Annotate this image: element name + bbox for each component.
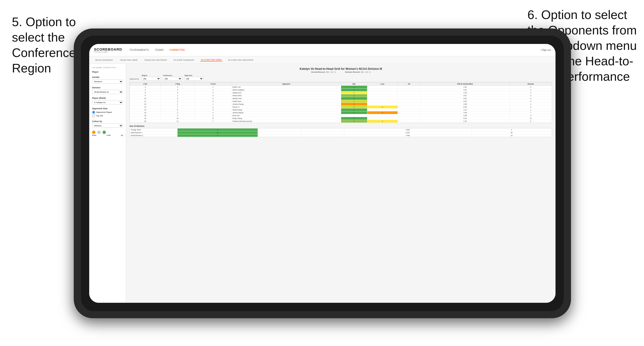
cell-win: 1 xyxy=(341,100,367,103)
cell-reg: 2 xyxy=(161,100,194,103)
report-area: Katelyn Vo Head-to-Head Grid for Women's… xyxy=(126,64,556,303)
filter-conference-select[interactable]: (All) xyxy=(163,77,182,80)
cell-diff: -3.00 xyxy=(420,103,510,106)
cell-div: 15 xyxy=(130,109,161,111)
filter-opponent-select[interactable]: (All) xyxy=(184,77,204,80)
colour-labels: Down Level Up xyxy=(92,134,123,136)
sidebar-player-rank: Player (Rank) 8. Katelyn Vo xyxy=(92,97,123,105)
cell-reg: 1 xyxy=(161,103,194,106)
cell-loss xyxy=(367,86,398,89)
subnav-team-h2h-grid[interactable]: TEAM H2H GRID xyxy=(119,59,138,61)
th-rounds: Rounds xyxy=(510,82,552,86)
table-row: 1125 Heejo Hyun 1 0.333 xyxy=(130,100,552,103)
cell-loss xyxy=(367,114,398,117)
cell-tie xyxy=(398,103,420,106)
cell-win: 2 xyxy=(341,120,367,123)
th-opponent: Opponent xyxy=(232,82,341,86)
cell-rounds: 4 xyxy=(510,97,552,100)
cell-diff: -0.94 xyxy=(420,111,510,114)
out-of-division-label: Out of division xyxy=(130,125,552,127)
cell-diff: 4.00 xyxy=(420,89,510,91)
subnav-team-h2h-heatmap[interactable]: TEAM H2H HEATMAP xyxy=(143,59,168,61)
nav-committee[interactable]: COMMITTEE xyxy=(170,48,185,52)
main-data-table: # Div # Reg # Conf Opponent Win Loss Tie… xyxy=(130,82,552,123)
last-updated-text: Last Updated: 27/03/2024 14:34 xyxy=(92,67,123,68)
cell-div: 16 xyxy=(130,111,161,114)
cell-conf: 4 xyxy=(194,106,232,109)
overall-record-value: 353 - 34 - 6 xyxy=(326,71,336,73)
cell-diff: 7.400 xyxy=(344,134,472,137)
sidebar-division-select[interactable]: NCAA Division III xyxy=(92,90,123,94)
nav-tournaments[interactable]: TOURNAMENTS xyxy=(129,48,149,52)
cell-opponent: Jessica Huang xyxy=(232,103,341,106)
cell-div: 13 xyxy=(130,103,161,106)
subnav-player-summary[interactable]: PLAYER SUMMARY xyxy=(173,59,195,61)
sidebar-gender-select[interactable]: Women's xyxy=(92,79,123,84)
cell-tie xyxy=(301,134,344,137)
cell-div: 18 xyxy=(130,114,161,117)
sidebar-division-label: Division xyxy=(92,86,123,89)
th-win: Win xyxy=(341,82,367,86)
sidebar-radio-top100[interactable]: Top 100 xyxy=(92,114,123,117)
cell-conf: 2 xyxy=(194,89,232,91)
cell-conf: 1 xyxy=(194,103,232,106)
table-row: NAIA Division 1 15 9.267 30 xyxy=(130,131,552,134)
cell-diff: 3.67 xyxy=(420,94,510,97)
cell-loss xyxy=(258,134,301,137)
cell-diff: 0.33 xyxy=(420,100,510,103)
sidebar-player-rank-select[interactable]: 8. Katelyn Vo xyxy=(92,100,123,105)
logo-sub: Powered by clippd xyxy=(94,51,122,53)
nav-teams[interactable]: TEAMS xyxy=(155,48,164,52)
cell-reg: 2 xyxy=(161,114,194,117)
sidebar-radio-opponents-played[interactable]: Opponents Played xyxy=(92,111,123,114)
cell-win: 2 xyxy=(341,106,367,109)
table-row: 20117 Federica Domecq Lacroze 21 1.336 xyxy=(130,120,552,123)
cell-tie xyxy=(398,97,420,100)
header-right[interactable]: | Sign out xyxy=(541,49,551,51)
cell-win: 5 xyxy=(178,134,258,137)
report-title: Katelyn Vo Head-to-Head Grid for Women's… xyxy=(130,67,552,71)
cell-rounds: 9 xyxy=(510,106,552,109)
cell-rounds: 2 xyxy=(471,129,552,131)
cell-loss xyxy=(367,100,398,103)
cell-win: 15 xyxy=(178,131,258,134)
cell-opponent: Euna Lee xyxy=(232,114,341,117)
subnav-team-summary[interactable]: TEAM SUMMARY xyxy=(94,59,114,61)
cell-diff: 4.00 xyxy=(420,97,510,100)
filter-conference-label: Conference xyxy=(163,75,182,76)
cell-opponent: Sydney Kuo xyxy=(232,91,341,94)
cell-opponent: Jessica Mason xyxy=(232,111,341,114)
sidebar: Last Updated: 27/03/2024 14:34 Player Ge… xyxy=(89,64,126,303)
ood-table: Foreign Team 1 4.500 2 NAIA Division 1 xyxy=(130,128,552,137)
overall-record-label: Overall Record: 353 - 34 - 6 xyxy=(311,71,336,73)
cell-conf: 6 xyxy=(194,117,232,120)
cell-win: 1 xyxy=(341,111,367,114)
cell-loss xyxy=(367,117,398,120)
cell-loss xyxy=(367,94,398,97)
cell-div: 19 xyxy=(130,117,161,120)
cell-win: 2 xyxy=(341,97,367,100)
cell-loss xyxy=(367,109,398,111)
subnav-player-h2h-grid[interactable]: PLAYER H2H GRID xyxy=(200,59,222,61)
sub-nav: TEAM SUMMARY TEAM H2H GRID TEAM H2H HEAT… xyxy=(89,56,556,64)
cell-diff: 4.500 xyxy=(344,129,472,131)
cell-reg: 8 xyxy=(161,109,194,111)
cell-diff: 1.25 xyxy=(420,109,510,111)
cell-div: 20 xyxy=(130,120,161,123)
subnav-player-h2h-heatmap[interactable]: PLAYER H2H HEATMAP xyxy=(227,59,254,61)
cell-conf: 4 xyxy=(194,94,232,97)
table-row: 522 Alexis Sudijanto 1 4.003 xyxy=(130,89,552,91)
cell-rounds: 6 xyxy=(510,120,552,123)
cell-rounds: 3 xyxy=(510,89,552,91)
sidebar-gender: Gender Women's xyxy=(92,76,123,84)
table-row: Foreign Team 1 4.500 2 xyxy=(130,129,552,131)
cell-rounds: 11 xyxy=(510,117,552,120)
th-diff: Diff Av Strokes/Rnd xyxy=(420,82,510,86)
report-header: Katelyn Vo Head-to-Head Grid for Women's… xyxy=(130,67,552,73)
filter-region-select[interactable]: (All) xyxy=(142,77,160,80)
cell-loss: 2 xyxy=(367,111,398,114)
cell-rounds: 10 xyxy=(471,134,552,137)
cell-tie xyxy=(398,120,420,123)
sidebar-colour-select[interactable]: Win/loss xyxy=(92,124,123,128)
sidebar-gender-label: Gender xyxy=(92,76,123,78)
